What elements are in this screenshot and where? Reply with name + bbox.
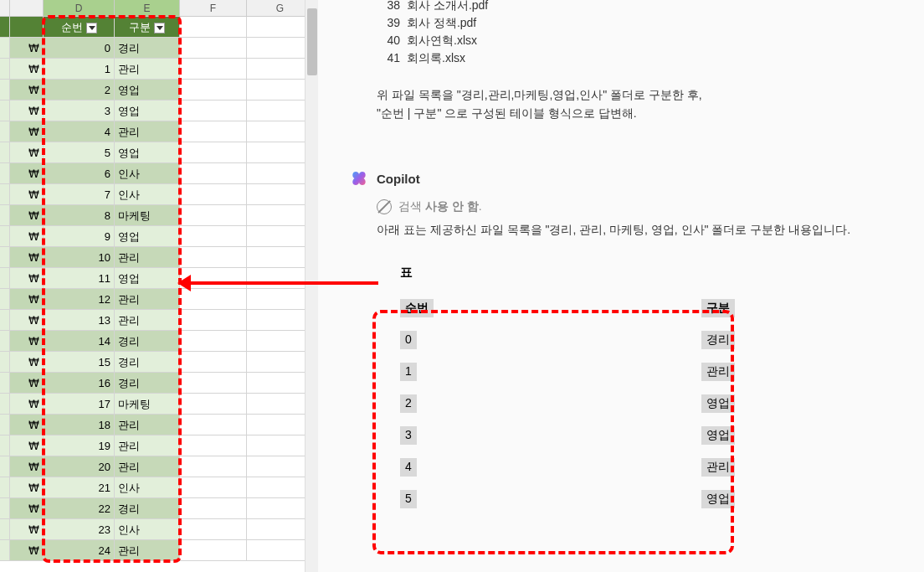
empty-cell[interactable] [180,247,247,267]
table-row[interactable]: ₩5영업 [0,142,318,163]
seq-cell[interactable]: 5 [44,142,115,162]
currency-cell[interactable]: ₩ [10,205,44,225]
empty-cell[interactable] [180,226,247,246]
seq-cell[interactable]: 23 [44,519,115,539]
seq-cell[interactable]: 13 [44,310,115,330]
empty-cell[interactable] [247,415,314,435]
cat-cell[interactable]: 관리 [115,247,180,267]
empty-cell[interactable] [180,142,247,162]
empty-cell[interactable] [247,226,314,246]
seq-cell[interactable]: 7 [44,184,115,204]
empty-cell[interactable] [180,435,247,456]
sheet-body[interactable]: 순번구분₩0경리₩1관리₩2영업₩3영업₩4관리₩5영업₩6인사₩7인사₩8마케… [0,17,318,561]
seq-cell[interactable]: 2 [44,80,115,100]
empty-cell[interactable] [180,121,247,142]
cat-cell[interactable]: 경리 [115,373,180,393]
seq-cell[interactable]: 14 [44,331,115,351]
empty-cell[interactable] [180,289,247,309]
cat-cell[interactable]: 관리 [115,415,180,435]
currency-cell[interactable]: ₩ [10,184,44,204]
cat-cell[interactable]: 경리 [115,352,180,372]
cat-cell[interactable]: 영업 [115,80,180,100]
seq-cell[interactable]: 10 [44,247,115,267]
empty-cell[interactable] [247,247,314,267]
seq-cell[interactable]: 4 [44,121,115,142]
table-row[interactable]: ₩12관리 [0,289,318,310]
cat-cell[interactable]: 인사 [115,184,180,204]
table-row[interactable]: ₩20관리 [0,456,318,477]
currency-cell[interactable]: ₩ [10,59,44,79]
empty-cell[interactable] [180,163,247,183]
cat-cell[interactable]: 영업 [115,100,180,121]
cat-cell[interactable]: 인사 [115,163,180,183]
empty-cell[interactable] [247,519,314,539]
table-row[interactable]: ₩10관리 [0,247,318,268]
seq-cell[interactable]: 3 [44,100,115,121]
empty-cell[interactable] [180,38,247,58]
empty-cell[interactable] [247,331,314,351]
seq-cell[interactable]: 21 [44,477,115,497]
cat-cell[interactable]: 관리 [115,289,180,309]
spreadsheet-pane[interactable]: D E F G 순번구분₩0경리₩1관리₩2영업₩3영업₩4관리₩5영업₩6인사… [0,0,318,572]
empty-cell[interactable] [180,59,247,79]
col-header-D[interactable]: D [44,0,115,16]
currency-cell[interactable]: ₩ [10,477,44,497]
scrollbar-thumb[interactable] [307,8,317,75]
table-row[interactable]: ₩13관리 [0,310,318,331]
table-row[interactable]: ₩17마케팅 [0,394,318,415]
currency-cell[interactable]: ₩ [10,310,44,330]
currency-cell[interactable]: ₩ [10,498,44,518]
table-row[interactable]: ₩3영업 [0,100,318,121]
currency-cell[interactable]: ₩ [10,456,44,477]
empty-cell[interactable] [247,394,314,414]
header-seq[interactable]: 순번 [44,17,115,37]
empty-cell[interactable] [180,373,247,393]
currency-cell[interactable]: ₩ [10,163,44,183]
currency-cell[interactable]: ₩ [10,352,44,372]
empty-cell[interactable] [180,519,247,539]
seq-cell[interactable]: 22 [44,498,115,518]
header-cat[interactable]: 구분 [115,17,180,37]
seq-cell[interactable]: 8 [44,205,115,225]
cat-cell[interactable]: 마케팅 [115,394,180,414]
table-row[interactable]: ₩11영업 [0,268,318,289]
seq-cell[interactable]: 18 [44,415,115,435]
empty-cell[interactable] [180,540,247,560]
cat-cell[interactable]: 경리 [115,331,180,351]
empty-cell[interactable] [247,352,314,372]
col-header-F[interactable]: F [180,0,247,16]
cat-cell[interactable]: 인사 [115,477,180,497]
table-row[interactable]: ₩8마케팅 [0,205,318,226]
empty-cell[interactable] [247,373,314,393]
table-row[interactable]: ₩0경리 [0,38,318,59]
cat-cell[interactable]: 경리 [115,498,180,518]
currency-cell[interactable]: ₩ [10,331,44,351]
seq-cell[interactable]: 15 [44,352,115,372]
table-row[interactable]: ₩1관리 [0,59,318,80]
empty-cell[interactable] [180,498,247,518]
empty-cell[interactable] [247,184,314,204]
currency-cell[interactable]: ₩ [10,435,44,456]
empty-cell[interactable] [180,456,247,477]
seq-cell[interactable]: 6 [44,163,115,183]
currency-cell[interactable]: ₩ [10,142,44,162]
empty-cell[interactable] [180,352,247,372]
empty-cell[interactable] [247,100,314,121]
empty-cell[interactable] [180,268,247,288]
vertical-scrollbar[interactable] [305,0,318,572]
currency-cell[interactable]: ₩ [10,226,44,246]
table-row[interactable]: ₩15경리 [0,352,318,373]
currency-cell[interactable]: ₩ [10,247,44,267]
empty-cell[interactable] [247,268,314,288]
currency-cell[interactable]: ₩ [10,80,44,100]
empty-cell[interactable] [180,394,247,414]
seq-cell[interactable]: 11 [44,268,115,288]
cat-cell[interactable]: 관리 [115,435,180,456]
filter-button[interactable] [86,23,97,33]
empty-cell[interactable] [247,163,314,183]
empty-cell[interactable] [180,331,247,351]
seq-cell[interactable]: 0 [44,38,115,58]
table-row[interactable]: ₩16경리 [0,373,318,394]
cat-cell[interactable]: 인사 [115,519,180,539]
empty-cell[interactable] [247,142,314,162]
